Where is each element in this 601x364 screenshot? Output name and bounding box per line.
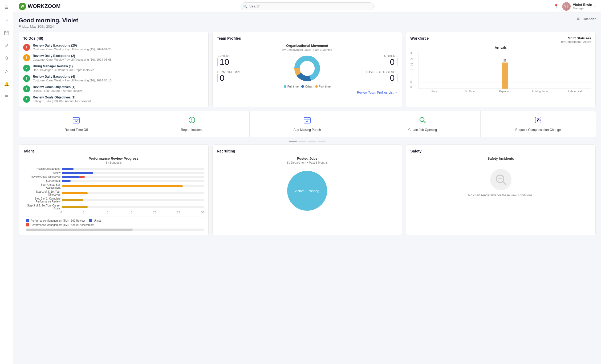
leaves-stat: LEAVES OF ABSENCE 0 — [364, 71, 397, 82]
hbar-track-7 — [62, 199, 204, 201]
todo-badge-4: ! — [23, 75, 30, 82]
hbar-fill-8 — [62, 206, 88, 208]
action-record-time-off[interactable]: Record Time Off — [19, 111, 134, 137]
calendar-button[interactable]: 🗓 Calendar — [577, 17, 596, 21]
todo-title-1: Review Daily Exceptions (20) — [33, 44, 204, 47]
todo-item-1[interactable]: ! Review Daily Exceptions (20) Customer … — [23, 44, 204, 51]
x-label-arriving-soon: Arriving Soon — [524, 90, 556, 93]
y-label-20: 20 — [410, 63, 413, 66]
x-label-late-arrival: Late Arrival — [559, 90, 591, 93]
hbar-track-1 — [62, 168, 204, 170]
dropdown-arrow-icon: ▾ — [594, 5, 596, 8]
calendar-label: Calendar — [582, 17, 596, 21]
location-icon[interactable]: 📍 — [554, 4, 559, 9]
legend-fulltime: Full-time — [284, 85, 299, 88]
todo-item-5[interactable]: ! Review Goals Objectives (1) Dileep, Ru… — [23, 85, 204, 92]
action-report-incident[interactable]: Report Incident — [134, 111, 249, 137]
content: Good morning, Violet Friday, May 10th, 2… — [13, 13, 601, 239]
sidebar-item-home[interactable]: ⌂ — [3, 16, 11, 24]
movement-col-right: MOVERS 0 LEAVES OF ABSENCE 0 — [323, 55, 397, 82]
hbar-track-4 — [62, 180, 204, 182]
legend-dot-fulltime — [284, 85, 286, 88]
hbar-label-4: Start Annual — [26, 179, 60, 182]
todo-title-2: Review Daily Exceptions (2) — [33, 54, 204, 58]
sidebar-item-list[interactable]: ☰ — [3, 93, 11, 101]
sidebar-item-edit[interactable] — [3, 42, 11, 49]
workforce-chart-title: Shift Statuses — [561, 36, 591, 40]
hbar-track-3 — [62, 176, 204, 178]
logo-icon: W — [19, 3, 26, 10]
user-info[interactable]: VE Violet Elwin Manager ▾ — [562, 2, 596, 11]
hbar-track-8 — [62, 206, 204, 208]
legend-dot-other — [301, 85, 304, 88]
y-label-30: 30 — [410, 52, 413, 55]
todo-item-2[interactable]: ! Review Daily Exceptions (2) Customer C… — [23, 54, 204, 61]
todo-sub-6: Kittinger, Julia (000086): Annual Assess… — [33, 100, 204, 103]
request-comp-change-icon — [534, 116, 542, 125]
recruiting-chart-subtitle: By Department • Past 3 Months — [217, 161, 398, 164]
sidebar-item-search[interactable] — [3, 54, 11, 62]
search-input[interactable] — [241, 2, 374, 10]
workforce-title: Workforce — [410, 36, 429, 40]
header: W WORKZOOM 🔍 📍 VE Violet Elwin Manager ▾ — [13, 0, 601, 13]
talent-legend-square-2 — [89, 219, 92, 222]
review-profiles-link[interactable]: Review Team Profiles List → — [217, 91, 398, 94]
hbar-fill-6 — [62, 192, 88, 194]
avatar: VE — [562, 2, 571, 11]
action-add-missing-punch[interactable]: Add Missing Punch — [250, 111, 365, 137]
legend-label-parttime: Part-time — [319, 85, 331, 88]
hbar-label-1: Assign Colleague(s) — [26, 167, 60, 170]
talent-chart-title: Performance Review Progress — [23, 156, 204, 160]
hbar-label-3: Review Goals Objectives — [26, 175, 60, 178]
sidebar-item-notifications[interactable]: 🔔 — [3, 80, 11, 88]
quick-actions-bar: Record Time Off Report Incident — [19, 111, 596, 137]
svg-rect-22 — [304, 117, 310, 123]
hbar-label-7: Step 2 of 2: Complete Performance Review — [26, 197, 60, 203]
todo-title-3: Hiring Manager Review (1) — [33, 64, 204, 68]
todo-item-4[interactable]: ! Review Daily Exceptions (4) Customer C… — [23, 75, 204, 82]
hbar-start-annual: Start Annual — [26, 179, 204, 182]
workforce-chart-subtitle: By Department • Active — [561, 40, 591, 43]
org-movement-grid: JOINERS 10 TERMINATIONS 0 — [217, 55, 398, 82]
svg-point-4 — [5, 57, 8, 59]
create-job-opening-icon — [419, 116, 426, 125]
action-request-comp-change[interactable]: Request Compensation Change — [481, 111, 596, 137]
hbar-fill-2 — [62, 172, 93, 174]
todo-content-5: Review Goals Objectives (1) Dileep, Ruth… — [33, 85, 204, 92]
x-label-expected: Expected — [489, 90, 521, 93]
team-profiles-card: Team Profiles Organizational Movement By… — [212, 32, 402, 107]
svg-text:Active - Posting: Active - Posting — [295, 189, 319, 193]
recruiting-pie: Active - Posting — [286, 169, 328, 212]
terminations-label: TERMINATIONS — [217, 71, 291, 74]
user-name: Violet Elwin — [573, 3, 592, 7]
todo-badge-6: ! — [23, 96, 30, 103]
talent-bar-chart: Assign Colleague(s) Review Review Goals … — [23, 167, 204, 231]
arrivals-label: Arrivals — [410, 46, 591, 49]
todo-sub-5: Dileep, Ruth (000205): Annual Review — [33, 89, 204, 92]
bottom-grid: Talent Performance Review Progress By Sy… — [19, 144, 596, 235]
svg-rect-0 — [5, 31, 9, 35]
greeting-title: Good morning, Violet — [19, 17, 78, 24]
sidebar-menu-toggle[interactable]: ☰ — [3, 3, 11, 11]
svg-point-12 — [300, 61, 315, 76]
x-axis-10: 10 — [105, 211, 108, 214]
recruiting-title: Recruiting — [217, 149, 398, 153]
todo-sub-1: Customer Care, Weekly Payroll Processing… — [33, 48, 204, 51]
todos-card: To Dos (48) ! Review Daily Exceptions (2… — [19, 32, 209, 107]
talent-scrollbar[interactable] — [26, 229, 204, 231]
y-label-25: 25 — [410, 57, 413, 60]
hbar-track-6 — [62, 192, 204, 194]
svg-line-5 — [7, 59, 9, 60]
legend-dot-parttime — [315, 85, 318, 88]
search-bar[interactable]: 🔍 — [241, 2, 374, 10]
sidebar-item-alerts[interactable]: △ — [3, 67, 11, 75]
hbar-label-2: Review — [26, 171, 60, 174]
x-axis-0: 0 — [60, 211, 62, 214]
action-create-job-opening[interactable]: Create Job Opening — [365, 111, 480, 137]
svg-rect-13 — [73, 117, 79, 123]
report-incident-label: Report Incident — [181, 128, 202, 132]
todo-item-3[interactable]: ✓ Hiring Manager Review (1) Hart, Haylei… — [23, 64, 204, 72]
x-axis-30: 30 — [201, 211, 204, 214]
sidebar-item-calendar[interactable] — [3, 29, 11, 37]
todo-item-6[interactable]: ! Review Goals Objectives (1) Kittinger,… — [23, 96, 204, 103]
